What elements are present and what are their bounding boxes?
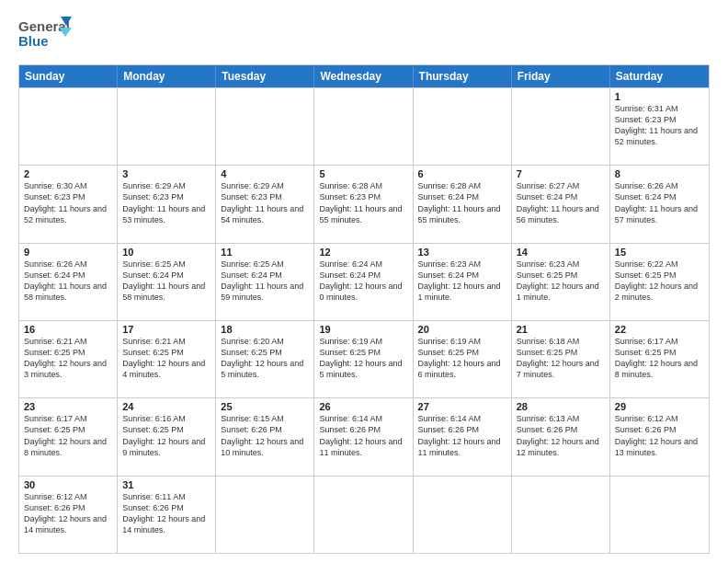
header-day-sunday: Sunday: [19, 65, 118, 87]
day-number: 3: [122, 168, 210, 179]
calendar-week-5: 23Sunrise: 6:17 AM Sunset: 6:25 PM Dayli…: [19, 397, 709, 475]
day-info: Sunrise: 6:26 AM Sunset: 6:24 PM Dayligh…: [615, 180, 704, 225]
empty-cell-0-2: [216, 88, 314, 165]
day-info: Sunrise: 6:25 AM Sunset: 6:24 PM Dayligh…: [122, 259, 210, 304]
header-day-tuesday: Tuesday: [216, 65, 314, 87]
day-info: Sunrise: 6:29 AM Sunset: 6:23 PM Dayligh…: [122, 180, 210, 225]
calendar-week-3: 9Sunrise: 6:26 AM Sunset: 6:24 PM Daylig…: [19, 243, 709, 320]
day-number: 4: [221, 168, 309, 179]
header-day-monday: Monday: [118, 65, 216, 87]
calendar-day-31: 31Sunrise: 6:11 AM Sunset: 6:26 PM Dayli…: [118, 477, 216, 553]
header-day-thursday: Thursday: [414, 65, 512, 87]
day-number: 2: [24, 168, 112, 179]
day-number: 26: [319, 401, 407, 412]
calendar-week-6: 30Sunrise: 6:12 AM Sunset: 6:26 PM Dayli…: [19, 476, 709, 553]
empty-cell-5-6: [610, 477, 709, 553]
day-number: 23: [24, 401, 112, 412]
day-number: 25: [221, 401, 309, 412]
calendar-day-19: 19Sunrise: 6:19 AM Sunset: 6:25 PM Dayli…: [314, 321, 413, 397]
calendar-day-26: 26Sunrise: 6:14 AM Sunset: 6:26 PM Dayli…: [314, 398, 413, 475]
day-info: Sunrise: 6:28 AM Sunset: 6:24 PM Dayligh…: [418, 180, 506, 225]
day-info: Sunrise: 6:11 AM Sunset: 6:26 PM Dayligh…: [122, 491, 210, 536]
calendar-day-11: 11Sunrise: 6:25 AM Sunset: 6:24 PM Dayli…: [216, 244, 314, 320]
header: General Blue: [18, 17, 710, 57]
day-info: Sunrise: 6:21 AM Sunset: 6:25 PM Dayligh…: [24, 336, 112, 381]
empty-cell-5-5: [512, 477, 610, 553]
day-number: 6: [418, 168, 506, 179]
empty-cell-0-1: [118, 88, 216, 165]
day-number: 27: [418, 401, 506, 412]
day-info: Sunrise: 6:15 AM Sunset: 6:26 PM Dayligh…: [221, 413, 309, 458]
calendar-day-22: 22Sunrise: 6:17 AM Sunset: 6:25 PM Dayli…: [610, 321, 709, 397]
day-number: 5: [319, 168, 407, 179]
calendar-day-24: 24Sunrise: 6:16 AM Sunset: 6:25 PM Dayli…: [118, 398, 216, 475]
calendar-day-5: 5Sunrise: 6:28 AM Sunset: 6:23 PM Daylig…: [314, 166, 413, 242]
day-info: Sunrise: 6:19 AM Sunset: 6:25 PM Dayligh…: [319, 336, 407, 381]
day-number: 21: [517, 324, 605, 335]
day-number: 18: [221, 324, 309, 335]
day-number: 24: [122, 401, 210, 412]
empty-cell-0-5: [512, 88, 610, 165]
day-info: Sunrise: 6:24 AM Sunset: 6:24 PM Dayligh…: [319, 259, 407, 304]
calendar-day-27: 27Sunrise: 6:14 AM Sunset: 6:26 PM Dayli…: [414, 398, 512, 475]
calendar-day-17: 17Sunrise: 6:21 AM Sunset: 6:25 PM Dayli…: [118, 321, 216, 397]
calendar-day-18: 18Sunrise: 6:20 AM Sunset: 6:25 PM Dayli…: [216, 321, 314, 397]
day-number: 28: [517, 401, 605, 412]
day-info: Sunrise: 6:17 AM Sunset: 6:25 PM Dayligh…: [24, 413, 112, 458]
day-number: 19: [319, 324, 407, 335]
calendar-week-2: 2Sunrise: 6:30 AM Sunset: 6:23 PM Daylig…: [19, 165, 709, 242]
logo-svg: General Blue: [18, 17, 74, 57]
day-info: Sunrise: 6:20 AM Sunset: 6:25 PM Dayligh…: [221, 336, 309, 381]
day-info: Sunrise: 6:17 AM Sunset: 6:25 PM Dayligh…: [615, 336, 704, 381]
svg-text:Blue: Blue: [18, 33, 49, 49]
empty-cell-0-0: [19, 88, 118, 165]
calendar-week-1: 1Sunrise: 6:31 AM Sunset: 6:23 PM Daylig…: [19, 87, 709, 165]
day-number: 13: [418, 247, 506, 258]
calendar-day-4: 4Sunrise: 6:29 AM Sunset: 6:23 PM Daylig…: [216, 166, 314, 242]
day-number: 7: [517, 168, 605, 179]
calendar-day-1: 1Sunrise: 6:31 AM Sunset: 6:23 PM Daylig…: [610, 88, 709, 165]
day-info: Sunrise: 6:23 AM Sunset: 6:24 PM Dayligh…: [418, 259, 506, 304]
header-day-saturday: Saturday: [610, 65, 709, 87]
page: General Blue SundayMondayTuesdayWednesda…: [0, 0, 728, 563]
calendar-body: 1Sunrise: 6:31 AM Sunset: 6:23 PM Daylig…: [19, 87, 709, 553]
calendar-day-13: 13Sunrise: 6:23 AM Sunset: 6:24 PM Dayli…: [414, 244, 512, 320]
day-info: Sunrise: 6:30 AM Sunset: 6:23 PM Dayligh…: [24, 180, 112, 225]
calendar-day-28: 28Sunrise: 6:13 AM Sunset: 6:26 PM Dayli…: [512, 398, 610, 475]
day-info: Sunrise: 6:12 AM Sunset: 6:26 PM Dayligh…: [24, 491, 112, 536]
day-number: 10: [122, 247, 210, 258]
day-number: 30: [24, 479, 112, 490]
day-info: Sunrise: 6:28 AM Sunset: 6:23 PM Dayligh…: [319, 180, 407, 225]
header-day-wednesday: Wednesday: [314, 65, 413, 87]
calendar-day-14: 14Sunrise: 6:23 AM Sunset: 6:25 PM Dayli…: [512, 244, 610, 320]
day-number: 31: [122, 479, 210, 490]
calendar-day-29: 29Sunrise: 6:12 AM Sunset: 6:26 PM Dayli…: [610, 398, 709, 475]
day-number: 9: [24, 247, 112, 258]
calendar: SundayMondayTuesdayWednesdayThursdayFrid…: [18, 64, 710, 554]
calendar-day-9: 9Sunrise: 6:26 AM Sunset: 6:24 PM Daylig…: [19, 244, 118, 320]
empty-cell-0-3: [314, 88, 413, 165]
day-info: Sunrise: 6:29 AM Sunset: 6:23 PM Dayligh…: [221, 180, 309, 225]
empty-cell-0-4: [414, 88, 512, 165]
calendar-day-6: 6Sunrise: 6:28 AM Sunset: 6:24 PM Daylig…: [414, 166, 512, 242]
day-number: 14: [517, 247, 605, 258]
calendar-day-2: 2Sunrise: 6:30 AM Sunset: 6:23 PM Daylig…: [19, 166, 118, 242]
day-info: Sunrise: 6:12 AM Sunset: 6:26 PM Dayligh…: [615, 413, 704, 458]
calendar-day-25: 25Sunrise: 6:15 AM Sunset: 6:26 PM Dayli…: [216, 398, 314, 475]
day-info: Sunrise: 6:21 AM Sunset: 6:25 PM Dayligh…: [122, 336, 210, 381]
day-info: Sunrise: 6:18 AM Sunset: 6:25 PM Dayligh…: [517, 336, 605, 381]
day-info: Sunrise: 6:19 AM Sunset: 6:25 PM Dayligh…: [418, 336, 506, 381]
calendar-day-15: 15Sunrise: 6:22 AM Sunset: 6:25 PM Dayli…: [610, 244, 709, 320]
empty-cell-5-2: [216, 477, 314, 553]
day-number: 11: [221, 247, 309, 258]
day-number: 22: [615, 324, 704, 335]
empty-cell-5-4: [414, 477, 512, 553]
day-number: 8: [615, 168, 704, 179]
day-info: Sunrise: 6:26 AM Sunset: 6:24 PM Dayligh…: [24, 259, 112, 304]
calendar-day-12: 12Sunrise: 6:24 AM Sunset: 6:24 PM Dayli…: [314, 244, 413, 320]
calendar-day-3: 3Sunrise: 6:29 AM Sunset: 6:23 PM Daylig…: [118, 166, 216, 242]
calendar-day-10: 10Sunrise: 6:25 AM Sunset: 6:24 PM Dayli…: [118, 244, 216, 320]
day-info: Sunrise: 6:25 AM Sunset: 6:24 PM Dayligh…: [221, 259, 309, 304]
calendar-day-20: 20Sunrise: 6:19 AM Sunset: 6:25 PM Dayli…: [414, 321, 512, 397]
header-day-friday: Friday: [512, 65, 610, 87]
